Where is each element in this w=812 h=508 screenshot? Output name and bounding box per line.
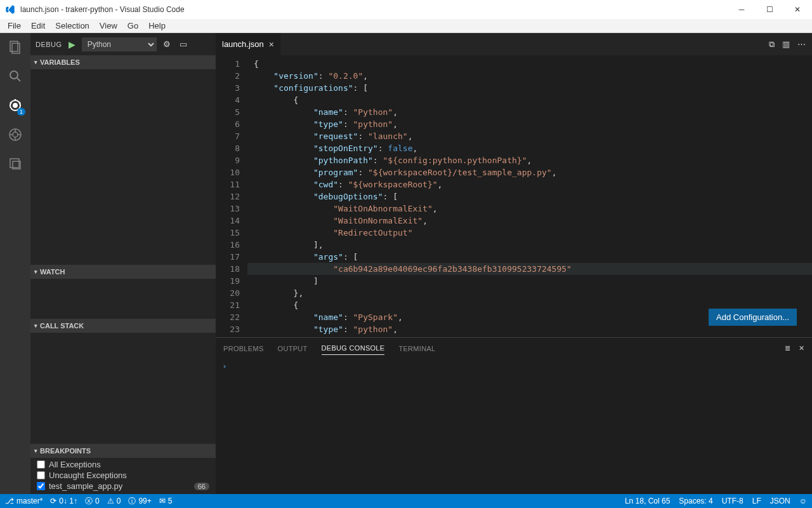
tab-close-icon[interactable]: ×	[269, 39, 274, 50]
minimize-button[interactable]: ─	[732, 5, 751, 14]
callstack-body	[30, 333, 216, 444]
breakpoint-label: All Exceptions	[49, 460, 101, 469]
code-line[interactable]: "pythonPath": "${config:python.pythonPat…	[247, 154, 812, 166]
code-line[interactable]: "program": "${workspaceRoot}/test_sample…	[247, 166, 812, 178]
variables-header[interactable]: ▾VARIABLES	[30, 55, 216, 69]
code-line[interactable]: "name": "Python",	[247, 106, 812, 118]
code-line[interactable]: ],	[247, 239, 812, 251]
debug-toolbar: DEBUG ▶ Python ⚙ ▭	[30, 33, 216, 55]
svg-point-5	[13, 104, 17, 107]
svg-point-2	[10, 71, 18, 79]
start-debug-button[interactable]: ▶	[66, 39, 78, 50]
code-line[interactable]: "request": "launch",	[247, 335, 812, 337]
debug-badge: 1	[17, 108, 25, 116]
breakpoint-item[interactable]: test_sample_app.py66	[30, 481, 216, 491]
svg-rect-15	[10, 159, 19, 168]
cursor-position[interactable]: Ln 18, Col 65	[625, 497, 670, 505]
extensions-icon[interactable]	[6, 126, 24, 144]
panel: PROBLEMSOUTPUTDEBUG CONSOLETERMINAL ≣ ✕ …	[216, 337, 812, 494]
vscode-icon	[5, 4, 15, 15]
menu-help[interactable]: Help	[143, 20, 171, 32]
tab-launch-json[interactable]: launch.json ×	[216, 33, 281, 55]
sync-status[interactable]: ⟳ 0↓ 1↑	[50, 497, 77, 505]
add-configuration-button[interactable]: Add Configuration...	[709, 309, 797, 326]
warnings-status[interactable]: ⚠ 0	[107, 497, 121, 505]
svg-line-3	[17, 78, 20, 81]
watch-body	[30, 279, 216, 319]
sidebar: DEBUG ▶ Python ⚙ ▭ ▾VARIABLES ▾WATCH ▾CA…	[30, 33, 216, 494]
svg-point-10	[13, 132, 18, 137]
editor-area: launch.json × ⧉ ▥ ⋯ 12345678910111213141…	[216, 33, 812, 494]
debug-config-select[interactable]: Python	[82, 37, 157, 51]
debug-label: DEBUG	[36, 41, 62, 48]
code-editor[interactable]: 123456789101112131415161718192021222324 …	[216, 55, 812, 337]
breakpoints-header[interactable]: ▾BREAKPOINTS	[30, 444, 216, 458]
split-editor-icon[interactable]: ⧉	[769, 39, 775, 50]
menu-go[interactable]: Go	[122, 20, 143, 32]
code-line[interactable]: "configurations": [	[247, 82, 812, 94]
close-button[interactable]: ✕	[788, 5, 807, 14]
debug-settings-icon[interactable]: ⚙	[160, 39, 173, 49]
eol[interactable]: LF	[752, 497, 761, 505]
debug-icon[interactable]: 1	[6, 97, 24, 114]
code-line[interactable]: "request": "launch",	[247, 130, 812, 142]
menu-edit[interactable]: Edit	[26, 20, 50, 32]
code-line[interactable]: {	[247, 94, 812, 106]
tab-label: launch.json	[222, 39, 264, 49]
breakpoint-item[interactable]: All Exceptions	[30, 459, 216, 470]
branch-status[interactable]: ⎇ master*	[5, 497, 43, 505]
code-line[interactable]: {	[247, 58, 812, 70]
breakpoint-checkbox[interactable]	[37, 471, 45, 479]
panel-tab-debug-console[interactable]: DEBUG CONSOLE	[322, 342, 385, 355]
callstack-header[interactable]: ▾CALL STACK	[30, 319, 216, 333]
info-status[interactable]: ⓘ 99+	[128, 496, 151, 507]
debug-prompt: ›	[222, 361, 227, 371]
code-line[interactable]: "version": "0.2.0",	[247, 70, 812, 82]
indentation[interactable]: Spaces: 4	[679, 497, 712, 505]
layout-icon[interactable]: ▥	[782, 39, 790, 49]
code-line[interactable]: "ca6b942a89e04069ec96fa2b3438efb31099523…	[247, 263, 812, 275]
menu-selection[interactable]: Selection	[50, 20, 94, 32]
panel-tab-terminal[interactable]: TERMINAL	[398, 342, 435, 355]
search-icon[interactable]	[6, 67, 24, 85]
language-mode[interactable]: JSON	[770, 497, 790, 505]
breakpoint-checkbox[interactable]	[37, 460, 45, 469]
errors-status[interactable]: ⓧ 0	[85, 496, 100, 507]
watch-header[interactable]: ▾WATCH	[30, 265, 216, 279]
maximize-button[interactable]: ☐	[760, 5, 779, 14]
messages-status[interactable]: ✉ 5	[159, 497, 173, 505]
panel-body[interactable]: ›	[216, 359, 812, 494]
encoding[interactable]: UTF-8	[722, 497, 743, 505]
code-line[interactable]: "debugOptions": [	[247, 190, 812, 203]
svg-line-8	[19, 102, 20, 104]
breakpoint-checkbox[interactable]	[37, 482, 45, 490]
explorer-icon[interactable]	[6, 38, 24, 56]
source-control-icon[interactable]	[6, 155, 24, 173]
code-line[interactable]: },	[247, 287, 812, 299]
code-line[interactable]: "cwd": "${workspaceRoot}",	[247, 178, 812, 190]
breakpoint-label: test_sample_app.py	[49, 481, 122, 491]
line-gutter: 123456789101112131415161718192021222324	[216, 55, 247, 337]
panel-tab-problems[interactable]: PROBLEMS	[223, 342, 264, 355]
menu-file[interactable]: File	[3, 20, 26, 32]
code-content[interactable]: { "version": "0.2.0", "configurations": …	[247, 55, 812, 337]
variables-body	[30, 69, 216, 265]
window-title: launch.json - trakerr-python - Visual St…	[20, 5, 732, 14]
menu-view[interactable]: View	[95, 20, 122, 32]
panel-tab-output[interactable]: OUTPUT	[278, 342, 308, 355]
code-line[interactable]: "args": [	[247, 251, 812, 263]
menubar: File Edit Selection View Go Help	[0, 19, 812, 33]
code-line[interactable]: "WaitOnAbnormalExit",	[247, 203, 812, 215]
panel-clear-icon[interactable]: ≣	[785, 342, 790, 355]
more-actions-icon[interactable]: ⋯	[797, 39, 806, 49]
panel-close-icon[interactable]: ✕	[799, 342, 804, 355]
code-line[interactable]: "type": "python",	[247, 118, 812, 130]
code-line[interactable]: "WaitOnNormalExit",	[247, 215, 812, 227]
code-line[interactable]: "RedirectOutput"	[247, 227, 812, 239]
feedback-icon[interactable]: ☺	[799, 497, 807, 505]
debug-console-icon[interactable]: ▭	[177, 39, 190, 49]
statusbar: ⎇ master* ⟳ 0↓ 1↑ ⓧ 0 ⚠ 0 ⓘ 99+ ✉ 5 Ln 1…	[0, 494, 812, 508]
breakpoint-item[interactable]: Uncaught Exceptions	[30, 470, 216, 481]
code-line[interactable]: ]	[247, 275, 812, 287]
code-line[interactable]: "stopOnEntry": false,	[247, 142, 812, 154]
